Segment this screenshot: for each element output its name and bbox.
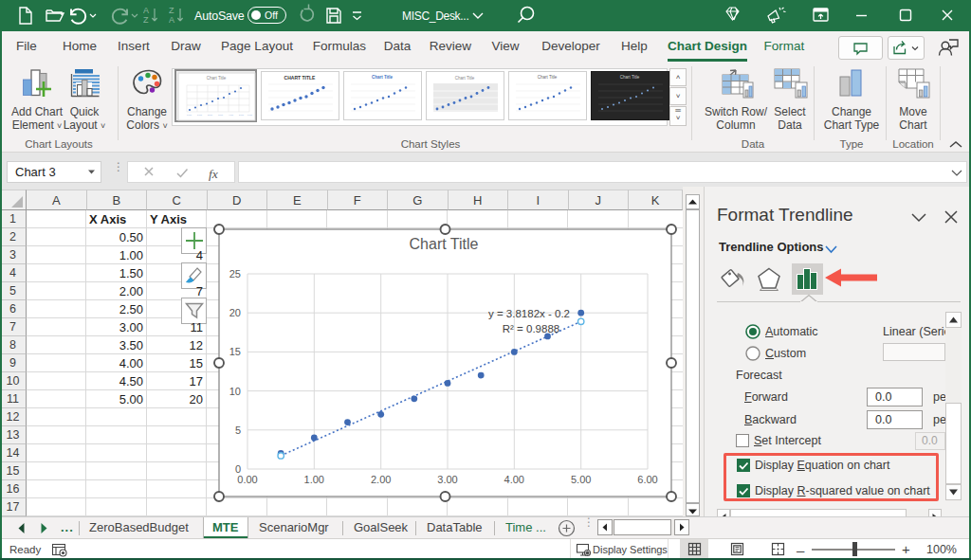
svg-text:A: A	[143, 6, 149, 15]
svg-text:3.00: 3.00	[437, 474, 457, 485]
svg-text:Chart Title: Chart Title	[455, 76, 475, 81]
svg-text:20: 20	[229, 307, 241, 318]
svg-text:1.00: 1.00	[304, 474, 324, 485]
svg-text:1.00: 1.00	[197, 114, 202, 117]
svg-text:Z: Z	[169, 6, 174, 15]
svg-text:25: 25	[229, 268, 241, 280]
svg-text:y = 3.8182x - 0.2: y = 3.8182x - 0.2	[488, 308, 570, 319]
svg-text:0.00: 0.00	[187, 114, 192, 117]
svg-text:2.00: 2.00	[208, 114, 212, 117]
svg-text:5.00: 5.00	[571, 474, 591, 485]
svg-text:2.00: 2.00	[371, 474, 391, 485]
svg-text:Chart Title: Chart Title	[206, 76, 226, 81]
svg-text:5: 5	[235, 425, 241, 436]
svg-text:Chart Title: Chart Title	[620, 75, 640, 80]
svg-text:0.00: 0.00	[237, 474, 257, 485]
svg-text:4.00: 4.00	[229, 114, 233, 117]
svg-text:R² = 0.9888: R² = 0.9888	[503, 323, 559, 334]
svg-text:A: A	[169, 15, 174, 25]
svg-text:3.00: 3.00	[218, 114, 223, 117]
svg-text:Chart Title: Chart Title	[372, 75, 394, 80]
svg-text:10: 10	[229, 386, 241, 397]
svg-text:6.00: 6.00	[247, 114, 252, 117]
svg-text:5.00: 5.00	[239, 114, 244, 117]
svg-text:Chart Title: Chart Title	[538, 75, 558, 80]
svg-text:6.00: 6.00	[637, 474, 657, 485]
svg-text:Z: Z	[143, 15, 149, 25]
svg-text:15: 15	[229, 346, 241, 357]
svg-text:Chart Title: Chart Title	[410, 236, 479, 252]
svg-text:fx: fx	[209, 167, 218, 181]
svg-text:4.00: 4.00	[504, 474, 524, 485]
svg-text:CHART TITLE: CHART TITLE	[284, 75, 316, 81]
